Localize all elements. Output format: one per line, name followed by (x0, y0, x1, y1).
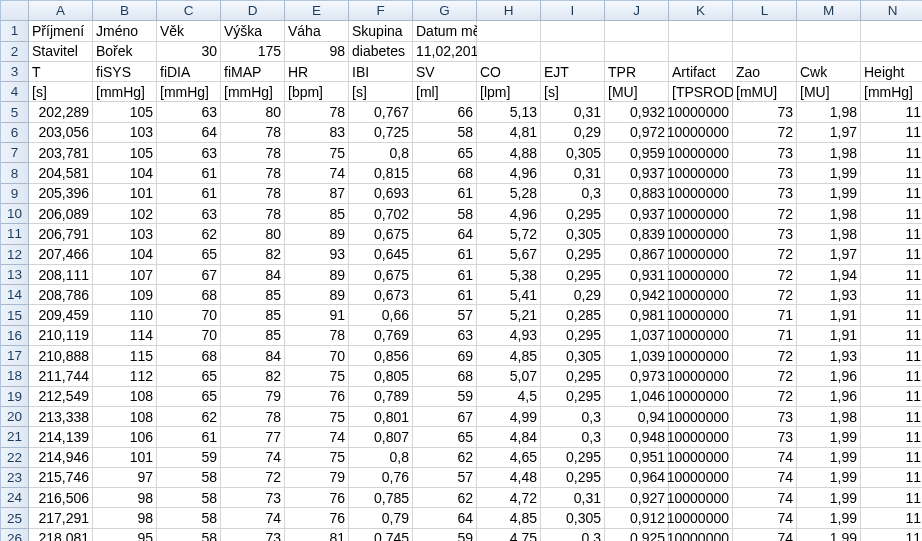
cell-C13[interactable]: 67 (157, 265, 221, 285)
cell-L5[interactable]: 73 (733, 102, 797, 122)
cell-B22[interactable]: 101 (93, 448, 157, 468)
cell-C16[interactable]: 70 (157, 326, 221, 346)
cell-N4[interactable]: [mmHg] (861, 82, 922, 102)
row-header-25[interactable]: 25 (1, 508, 29, 528)
cell-D18[interactable]: 82 (221, 366, 285, 386)
col-header-F[interactable]: F (349, 1, 413, 21)
col-header-K[interactable]: K (669, 1, 733, 21)
cell-J21[interactable]: 0,948 (605, 427, 669, 447)
cell-I9[interactable]: 0,3 (541, 184, 605, 204)
cell-K17[interactable]: 10000000 (669, 346, 733, 366)
cell-B20[interactable]: 108 (93, 407, 157, 427)
cell-J4[interactable]: [MU] (605, 82, 669, 102)
cell-C3[interactable]: fiDIA (157, 62, 221, 82)
cell-H12[interactable]: 5,67 (477, 245, 541, 265)
cell-N15[interactable]: 11 (861, 305, 922, 325)
cell-B16[interactable]: 114 (93, 326, 157, 346)
cell-G7[interactable]: 65 (413, 143, 477, 163)
cell-C6[interactable]: 64 (157, 123, 221, 143)
cell-K24[interactable]: 10000000 (669, 488, 733, 508)
cell-I1[interactable] (541, 21, 605, 41)
cell-M23[interactable]: 1,99 (797, 468, 861, 488)
cell-D10[interactable]: 78 (221, 204, 285, 224)
cell-K7[interactable]: 10000000 (669, 143, 733, 163)
cell-G5[interactable]: 66 (413, 102, 477, 122)
cell-K23[interactable]: 10000000 (669, 468, 733, 488)
cell-B7[interactable]: 105 (93, 143, 157, 163)
cell-N21[interactable]: 11 (861, 427, 922, 447)
cell-L10[interactable]: 72 (733, 204, 797, 224)
row-header-4[interactable]: 4 (1, 82, 29, 102)
cell-L21[interactable]: 73 (733, 427, 797, 447)
cell-B15[interactable]: 110 (93, 305, 157, 325)
cell-D1[interactable]: Výška (221, 21, 285, 41)
cell-E22[interactable]: 75 (285, 448, 349, 468)
cell-G13[interactable]: 61 (413, 265, 477, 285)
cell-E19[interactable]: 76 (285, 387, 349, 407)
cell-H5[interactable]: 5,13 (477, 102, 541, 122)
cell-G2[interactable]: 11,02,2012 (413, 42, 477, 62)
cell-D22[interactable]: 74 (221, 448, 285, 468)
cell-K8[interactable]: 10000000 (669, 163, 733, 183)
col-header-B[interactable]: B (93, 1, 157, 21)
cell-A4[interactable]: [s] (29, 82, 93, 102)
cell-L18[interactable]: 72 (733, 366, 797, 386)
cell-K11[interactable]: 10000000 (669, 224, 733, 244)
cell-E21[interactable]: 74 (285, 427, 349, 447)
cell-C25[interactable]: 58 (157, 508, 221, 528)
cell-N22[interactable]: 11 (861, 448, 922, 468)
cell-M3[interactable]: Cwk (797, 62, 861, 82)
cell-F16[interactable]: 0,769 (349, 326, 413, 346)
cell-B9[interactable]: 101 (93, 184, 157, 204)
cell-N26[interactable]: 11 (861, 529, 922, 541)
row-header-20[interactable]: 20 (1, 407, 29, 427)
cell-K26[interactable]: 10000000 (669, 529, 733, 541)
cell-E24[interactable]: 76 (285, 488, 349, 508)
cell-M6[interactable]: 1,97 (797, 123, 861, 143)
col-header-N[interactable]: N (861, 1, 922, 21)
cell-E20[interactable]: 75 (285, 407, 349, 427)
cell-I26[interactable]: 0,3 (541, 529, 605, 541)
cell-D21[interactable]: 77 (221, 427, 285, 447)
cell-I17[interactable]: 0,305 (541, 346, 605, 366)
cell-M9[interactable]: 1,99 (797, 184, 861, 204)
cell-A20[interactable]: 213,338 (29, 407, 93, 427)
cell-F11[interactable]: 0,675 (349, 224, 413, 244)
col-header-M[interactable]: M (797, 1, 861, 21)
cell-I3[interactable]: EJT (541, 62, 605, 82)
cell-E1[interactable]: Váha (285, 21, 349, 41)
cell-J24[interactable]: 0,927 (605, 488, 669, 508)
cell-G11[interactable]: 64 (413, 224, 477, 244)
row-header-23[interactable]: 23 (1, 468, 29, 488)
cell-H19[interactable]: 4,5 (477, 387, 541, 407)
cell-A15[interactable]: 209,459 (29, 305, 93, 325)
cell-F19[interactable]: 0,789 (349, 387, 413, 407)
cell-J8[interactable]: 0,937 (605, 163, 669, 183)
cell-C1[interactable]: Věk (157, 21, 221, 41)
cell-L26[interactable]: 74 (733, 529, 797, 541)
cell-K6[interactable]: 10000000 (669, 123, 733, 143)
cell-M15[interactable]: 1,91 (797, 305, 861, 325)
cell-L23[interactable]: 74 (733, 468, 797, 488)
cell-D16[interactable]: 85 (221, 326, 285, 346)
cell-D4[interactable]: [mmHg] (221, 82, 285, 102)
cell-L17[interactable]: 72 (733, 346, 797, 366)
cell-N19[interactable]: 11 (861, 387, 922, 407)
cell-J11[interactable]: 0,839 (605, 224, 669, 244)
cell-C7[interactable]: 63 (157, 143, 221, 163)
cell-E11[interactable]: 89 (285, 224, 349, 244)
cell-E6[interactable]: 83 (285, 123, 349, 143)
cell-H9[interactable]: 5,28 (477, 184, 541, 204)
cell-A1[interactable]: Příjmení (29, 21, 93, 41)
cell-B1[interactable]: Jméno (93, 21, 157, 41)
cell-H6[interactable]: 4,81 (477, 123, 541, 143)
cell-N3[interactable]: Height (861, 62, 922, 82)
cell-K12[interactable]: 10000000 (669, 245, 733, 265)
row-header-26[interactable]: 26 (1, 529, 29, 541)
cell-J7[interactable]: 0,959 (605, 143, 669, 163)
cell-F15[interactable]: 0,66 (349, 305, 413, 325)
cell-G17[interactable]: 69 (413, 346, 477, 366)
cell-C26[interactable]: 58 (157, 529, 221, 541)
row-header-10[interactable]: 10 (1, 204, 29, 224)
cell-L14[interactable]: 72 (733, 285, 797, 305)
